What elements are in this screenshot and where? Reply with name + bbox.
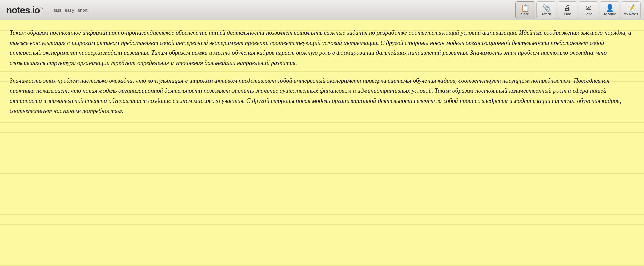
attach-label: Attach (542, 12, 551, 16)
attach-icon: 📎 (542, 4, 551, 11)
print-label: Print (564, 12, 571, 16)
my-notes-label: My Notes (624, 12, 638, 16)
send-label: Send (584, 12, 592, 16)
account-button[interactable]: 👤 Account (600, 1, 619, 19)
note-paragraph-1: Таким образом постоянное информационно-п… (10, 28, 634, 68)
account-icon: 👤 (606, 4, 614, 11)
my-notes-icon: 📝 (627, 4, 635, 11)
send-icon: ✉ (586, 4, 592, 11)
short-label: Short (521, 12, 529, 16)
note-content: Таким образом постоянное информационно-п… (10, 28, 634, 116)
print-button[interactable]: 🖨 Print (558, 1, 577, 19)
toolbar: notes.io™ fast . easy . short 📋 Short 📎 … (0, 0, 644, 20)
note-paragraph-2: Значимость этих проблем настолько очевид… (10, 76, 634, 116)
send-button[interactable]: ✉ Send (579, 1, 598, 19)
short-icon: 📋 (521, 4, 530, 11)
logo-area: notes.io™ fast . easy . short (3, 5, 87, 16)
my-notes-button[interactable]: 📝 My Notes (621, 1, 641, 19)
logo: notes.io™ (6, 5, 43, 16)
account-label: Account (603, 12, 616, 16)
short-button[interactable]: 📋 Short (515, 1, 535, 19)
logo-tagline: fast . easy . short (49, 7, 87, 13)
toolbar-right: 📋 Short 📎 Attach 🖨 Print ✉ Send 👤 Accoun… (515, 0, 641, 20)
attach-button[interactable]: 📎 Attach (536, 1, 556, 19)
print-icon: 🖨 (564, 4, 571, 11)
note-area[interactable]: Таким образом постоянное информационно-п… (0, 20, 644, 266)
